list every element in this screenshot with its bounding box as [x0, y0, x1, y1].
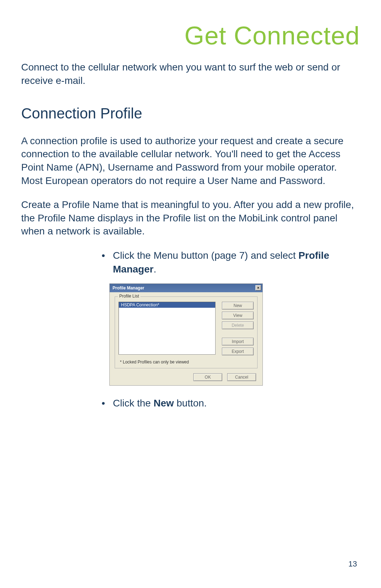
instruction-step-2: Click the New button. — [99, 396, 360, 410]
dialog-title: Profile Manager — [113, 286, 144, 290]
page-title: Get Connected — [21, 21, 360, 50]
profile-listbox[interactable]: HSDPA Connection* — [119, 302, 216, 355]
button-column: New View Delete Import Export — [222, 302, 254, 357]
paragraph-1: A connection profile is used to authoriz… — [21, 134, 360, 188]
view-button[interactable]: View — [222, 312, 254, 319]
export-button[interactable]: Export — [222, 348, 254, 355]
close-icon: × — [257, 286, 259, 290]
new-button[interactable]: New — [222, 302, 254, 310]
delete-button[interactable]: Delete — [222, 321, 254, 329]
profile-manager-screenshot: Profile Manager × Profile List HSDPA Con… — [109, 283, 263, 386]
paragraph-2: Create a Profile Name that is meaningful… — [21, 198, 360, 238]
instruction-step-1: Click the Menu button (page 7) and selec… — [99, 249, 360, 276]
import-button[interactable]: Import — [222, 338, 254, 345]
dialog-body: Profile List HSDPA Connection* New View … — [110, 292, 262, 385]
step2-bold: New — [153, 398, 174, 409]
profile-list-groupbox: Profile List HSDPA Connection* New View … — [115, 296, 258, 368]
step2-pre: Click the — [113, 398, 153, 409]
profile-manager-dialog: Profile Manager × Profile List HSDPA Con… — [109, 283, 263, 386]
step2-post: button. — [174, 398, 207, 409]
locked-profiles-footnote: * Locked Profiles can only be viewed — [119, 360, 254, 365]
intro-paragraph: Connect to the cellular network when you… — [21, 61, 360, 87]
dialog-footer: OK Cancel — [115, 373, 258, 382]
dialog-titlebar: Profile Manager × — [110, 284, 262, 292]
ok-button[interactable]: OK — [193, 373, 222, 381]
step1-pre: Click the Menu button (page 7) and selec… — [113, 250, 298, 261]
page-number: 13 — [349, 559, 357, 569]
profile-list-item[interactable]: HSDPA Connection* — [119, 302, 215, 308]
groupbox-label: Profile List — [118, 294, 140, 299]
step1-post: . — [153, 264, 156, 275]
section-heading: Connection Profile — [21, 105, 360, 122]
close-button[interactable]: × — [255, 285, 261, 290]
cancel-button[interactable]: Cancel — [227, 373, 256, 381]
